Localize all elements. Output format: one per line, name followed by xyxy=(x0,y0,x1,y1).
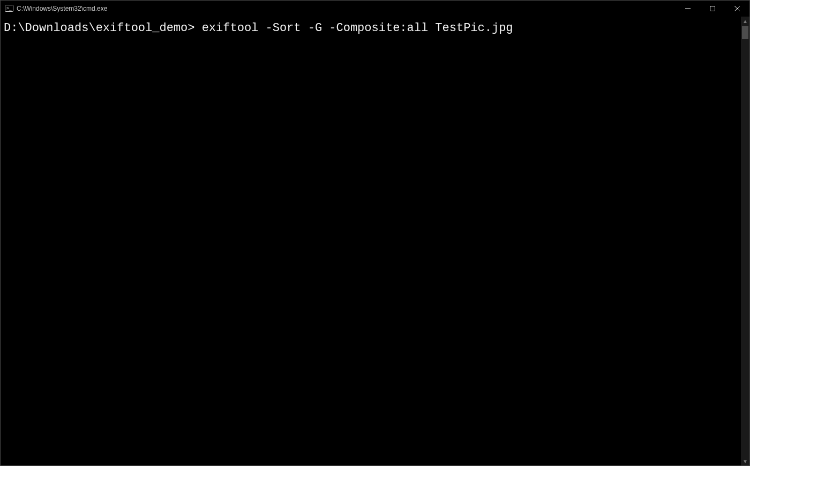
command-text: exiftool -Sort -G -Composite:all TestPic… xyxy=(202,21,513,35)
scroll-up-arrow[interactable]: ▲ xyxy=(741,17,749,25)
window-title: C:\Windows\System32\cmd.exe xyxy=(17,5,107,12)
cmd-window: >_ C:\Windows\System32\cmd.exe D:\Downlo… xyxy=(0,0,750,466)
terminal-line: D:\Downloads\exiftool_demo> exiftool -So… xyxy=(4,20,741,36)
prompt-path: D:\Downloads\exiftool_demo> xyxy=(4,21,202,35)
scroll-down-arrow[interactable]: ▼ xyxy=(741,457,749,465)
terminal-output[interactable]: D:\Downloads\exiftool_demo> exiftool -So… xyxy=(1,17,741,465)
titlebar[interactable]: >_ C:\Windows\System32\cmd.exe xyxy=(1,1,749,17)
vertical-scrollbar[interactable]: ▲ ▼ xyxy=(741,17,749,465)
svg-text:>_: >_ xyxy=(6,6,12,11)
svg-rect-2 xyxy=(710,6,715,11)
minimize-button[interactable] xyxy=(676,1,700,17)
close-button[interactable] xyxy=(725,1,749,17)
maximize-button[interactable] xyxy=(700,1,725,17)
scroll-thumb[interactable] xyxy=(742,26,748,39)
cmd-icon: >_ xyxy=(5,4,13,13)
